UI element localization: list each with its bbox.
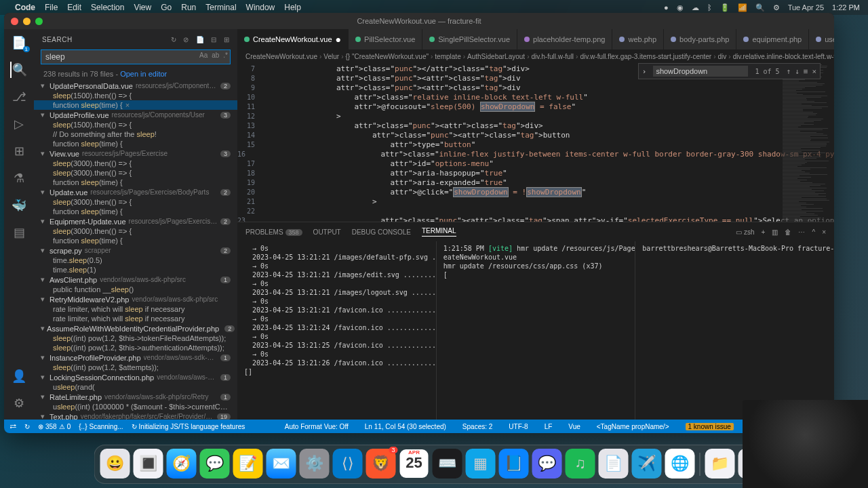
editor-tab[interactable]: placeholder-temp.png [517,29,612,49]
tagname-hint[interactable]: <TagName propName/> [597,423,669,430]
dock-telegram[interactable]: ✈️ [632,449,662,479]
explorer-icon[interactable]: 📄1 [11,35,27,51]
search-result-line[interactable]: function sleep(time) { [34,178,237,187]
search-result-line[interactable]: // Do something after the sleep! [34,129,237,139]
menu-file[interactable]: File [45,3,58,12]
terminal-more-icon[interactable]: ⋯ [798,228,805,236]
code-editor[interactable]: › 1 of 5 ↑ ↓ ≡ × 7 attr">class="punc"></… [237,63,834,222]
dock-vscode[interactable]: ⟨⟩ [333,449,363,479]
dock-settings[interactable]: ⚙️ [300,449,330,479]
breadcrumb-segment[interactable]: {} "CreateNewWorkout.vue" [345,53,429,60]
dock-finder[interactable]: 😀 [100,449,130,479]
search-file-header[interactable]: ▾ AssumeRoleWithWebIdentityCredentialPro… [34,323,237,333]
extensions-icon[interactable]: ⊞ [11,143,27,159]
search-result-line[interactable]: function sleep(time) { [34,207,237,216]
terminal-split-icon[interactable]: ▥ [772,228,778,236]
search-result-line[interactable]: rate limiter, which will sleep if necess… [34,304,237,314]
dock-messages[interactable]: 💬 [200,449,230,479]
dock-chrome[interactable]: 🌐 [665,449,695,479]
source-control-icon[interactable]: ⎇ [11,89,27,105]
terminal-shell-label[interactable]: ▭ zsh [736,228,754,236]
remote-indicator[interactable]: ⮂ [9,423,16,430]
search-file-header[interactable]: ▾ UpdatePersonalData.vueresources/js/Com… [34,81,237,91]
menu-terminal[interactable]: Terminal [205,3,236,12]
terminal-add-icon[interactable]: + [762,228,766,236]
indentation[interactable]: Spaces: 2 [462,423,492,430]
dock-folder[interactable]: 📁 [705,449,735,479]
autoformat-status[interactable]: Auto Format Vue: Off [285,423,349,430]
find-chevron-icon[interactable]: › [642,67,647,76]
search-file-header[interactable]: ▾ Update.vueresources/js/Pages/Exercise/… [34,187,237,197]
editor-tab[interactable]: equipment.php [736,29,809,49]
find-prev-icon[interactable]: ↑ [787,67,791,76]
terminal-close-icon[interactable]: × [822,228,826,236]
editor-tab[interactable]: SinglePillSelector.vue [422,29,517,49]
tab-terminal[interactable]: TERMINAL [422,227,456,237]
expand-icon[interactable]: ⊞ [224,36,230,43]
new-search-icon[interactable]: 📄 [196,36,205,43]
editor-tab[interactable]: user-profile.php [809,29,834,49]
breadcrumb-segment[interactable]: div.relative.inline-block.text-left.w-fu… [733,53,834,60]
menubar-date[interactable]: Tue Apr 25 [788,3,824,12]
search-result-line[interactable]: function sleep(time) { [34,139,237,148]
search-icon[interactable]: 🔍 [10,62,26,78]
run-debug-icon[interactable]: ▷ [11,116,27,132]
database-icon[interactable]: ▤ [11,224,27,241]
search-file-header[interactable]: ▾ scrape.pyscrapper2 [34,245,237,256]
app-name[interactable]: Code [15,3,35,12]
dock-safari[interactable]: 🧭 [167,449,197,479]
tab-problems[interactable]: PROBLEMS358 [245,228,302,236]
dismiss-icon[interactable]: × [123,101,132,109]
dock-discord[interactable]: 💬 [532,449,562,479]
dock-app1[interactable]: 📘 [499,449,529,479]
search-file-header[interactable]: ▾ UpdateProfile.vueresources/js/Componen… [34,110,237,120]
menu-go[interactable]: Go [161,3,172,12]
terminal-trash-icon[interactable]: 🗑 [785,228,791,236]
menubar-cloud-icon[interactable]: ☁ [692,3,699,12]
terminal-body[interactable]: → 0s 2023-04-25 13:21:21 /images/default… [237,241,834,420]
search-result-line[interactable]: rate limiter, which will sleep if necess… [34,314,237,323]
breadcrumb-segment[interactable]: div.h-full.w-full [531,53,574,60]
whole-word-icon[interactable]: ab [212,52,219,59]
search-file-header[interactable]: ▾ Text.phpvendor/fakerphp/faker/src/Fake… [34,411,237,420]
search-result-line[interactable]: time.sleep(0.5) [34,256,237,265]
search-file-header[interactable]: ▾ Equipment-Update.vueresources/js/Pages… [34,216,237,226]
search-file-header[interactable]: ▾ View.vueresources/js/Pages/Exercise3 [34,148,237,159]
testing-icon[interactable]: ⚗ [11,170,27,186]
search-result-line[interactable]: sleep(3000).then(() => { [34,226,237,236]
editor-tab[interactable]: body-parts.php [664,29,736,49]
search-result-line[interactable]: function sleep(time) { [34,236,237,245]
search-result-line[interactable]: sleep(1500).then(() => { [34,120,237,129]
search-result-line[interactable]: usleep((int) (1000000 * ($amount - $this… [34,402,237,411]
menubar-discord-icon[interactable]: ◉ [677,3,684,12]
match-case-icon[interactable]: Aa [199,52,208,59]
account-icon[interactable]: 👤 [11,368,27,384]
menu-selection[interactable]: Selection [91,3,124,12]
find-next-icon[interactable]: ↓ [795,67,800,76]
minimap[interactable] [780,63,834,222]
tab-output[interactable]: OUTPUT [313,228,341,236]
search-result-line[interactable]: sleep(3000).then(() => { [34,159,237,168]
find-close-icon[interactable]: × [812,67,816,76]
dock-terminal[interactable]: ⌨️ [433,449,462,479]
search-result-line[interactable]: sleep((int) pow(1.2, $attempts)); [34,363,237,372]
breadcrumbs[interactable]: CreateNewWorkout.vue›Velur›{} "CreateNew… [237,49,834,63]
sync-icon[interactable]: ↻ [24,423,30,430]
menu-run[interactable]: Run [181,3,196,12]
terminal-maximize-icon[interactable]: ^ [812,228,815,236]
encoding[interactable]: UTF-8 [509,423,528,430]
search-result-line[interactable]: sleep(3000).then(() => { [34,168,237,178]
menubar-control-center-icon[interactable]: ⚙ [773,3,780,12]
search-file-header[interactable]: ▾ LockingSessionConnection.phpvendor/aws… [34,372,237,382]
search-result-line[interactable]: sleep(3000).then(() => { [34,197,237,207]
breadcrumb-segment[interactable]: div.w-full.flex.gap-3.items-start.justif… [580,53,711,60]
regex-icon[interactable]: .* [223,52,228,59]
menubar-spotlight-icon[interactable]: 🔍 [755,3,765,12]
menubar-wifi-icon[interactable]: 📶 [738,3,747,12]
search-result-line[interactable]: public function __sleep() [34,285,237,294]
breadcrumb-segment[interactable]: AuthSidebarLayout [467,53,525,60]
search-result-line[interactable]: function sleep(time) {× [34,100,237,110]
menubar-time[interactable]: 1:22 PM [832,3,860,12]
settings-icon[interactable]: ⚙ [11,395,27,411]
menubar-bluetooth-icon[interactable]: ᛒ [707,3,712,12]
